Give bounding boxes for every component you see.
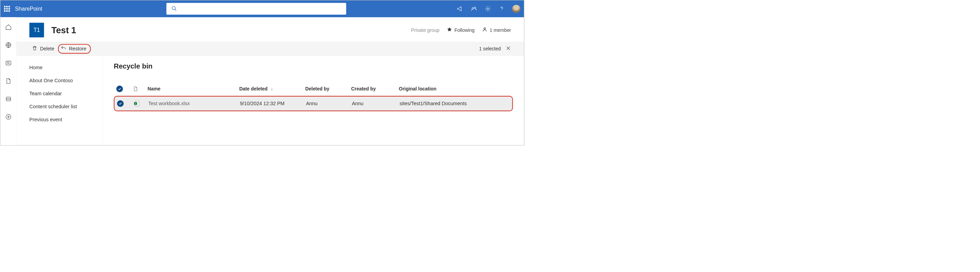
suite-header: SharePoint — [0, 0, 524, 17]
add-icon[interactable] — [4, 112, 13, 121]
nav-item-home[interactable]: Home — [16, 61, 102, 74]
cell-date-deleted: 9/10/2024 12:32 PM — [240, 101, 306, 106]
home-icon[interactable] — [4, 23, 13, 32]
app-launcher-icon[interactable] — [4, 6, 10, 12]
column-date-deleted[interactable]: Date deleted ↓ — [239, 86, 305, 92]
nav-item-content-scheduler[interactable]: Content scheduler list — [16, 100, 102, 113]
site-logo: T1 — [30, 23, 44, 37]
selected-count: 1 selected — [479, 46, 501, 52]
globe-icon[interactable] — [4, 41, 13, 50]
column-name[interactable]: Name — [148, 86, 239, 92]
following-button[interactable]: Following — [447, 27, 474, 33]
following-label: Following — [454, 27, 474, 33]
content: Recycle bin Name Date deleted ↓ — [103, 56, 524, 145]
site-header: T1 Test 1 Private group Following 1 memb… — [16, 17, 524, 42]
nav-item-previous-event[interactable]: Previous event — [16, 113, 102, 127]
document-icon[interactable] — [4, 77, 13, 85]
main: T1 Test 1 Private group Following 1 memb… — [16, 17, 524, 145]
command-bar: Delete Restore 1 selected — [16, 42, 524, 56]
svg-point-16 — [484, 28, 485, 30]
privacy-label: Private group — [411, 27, 440, 33]
restore-label: Restore — [69, 46, 86, 52]
site-title: Test 1 — [51, 25, 76, 35]
page-title: Recycle bin — [114, 62, 513, 70]
search-box[interactable] — [166, 3, 346, 15]
excel-file-icon: X — [134, 100, 140, 107]
nav-item-about[interactable]: About One Contoso — [16, 74, 102, 87]
trash-icon — [32, 45, 37, 52]
undo-icon — [61, 45, 67, 52]
brand-link[interactable]: SharePoint — [15, 6, 42, 12]
sort-down-icon: ↓ — [271, 86, 273, 92]
recycle-bin-table: Name Date deleted ↓ Deleted by Created b… — [114, 83, 513, 111]
select-all-checkbox[interactable] — [116, 85, 133, 92]
column-created-by[interactable]: Created by — [351, 86, 399, 92]
members-button[interactable]: 1 member — [482, 27, 511, 33]
svg-rect-7 — [6, 61, 11, 65]
clear-selection-button[interactable] — [506, 45, 511, 52]
megaphone-icon[interactable] — [457, 5, 463, 12]
site-nav: Home About One Contoso Team calendar Con… — [16, 56, 102, 145]
svg-point-4 — [487, 8, 488, 9]
restore-button[interactable]: Restore — [58, 44, 91, 54]
help-icon[interactable] — [498, 5, 505, 12]
app-rail — [0, 17, 16, 145]
svg-point-5 — [502, 10, 502, 11]
nav-item-team-calendar[interactable]: Team calendar — [16, 87, 102, 100]
file-type-column-icon[interactable] — [133, 85, 148, 92]
column-original-location[interactable]: Original location — [399, 86, 509, 92]
svg-line-1 — [175, 9, 176, 11]
search-input[interactable] — [180, 6, 342, 12]
header-actions — [457, 5, 520, 13]
cell-created-by: Annu — [352, 101, 399, 106]
check-circle-icon — [116, 85, 123, 92]
cell-name: Test workbook.xlsx — [148, 101, 240, 106]
settings-gear-icon[interactable] — [484, 5, 491, 12]
star-icon — [447, 27, 452, 33]
list-icon[interactable] — [4, 95, 13, 103]
person-icon — [482, 27, 487, 33]
svg-point-2 — [472, 8, 474, 9]
people-icon[interactable] — [471, 5, 477, 12]
page-body: Home About One Contoso Team calendar Con… — [16, 56, 524, 145]
row-checkbox[interactable] — [117, 100, 134, 107]
svg-point-3 — [474, 7, 476, 9]
news-icon[interactable] — [4, 59, 13, 68]
column-deleted-by[interactable]: Deleted by — [305, 86, 351, 92]
user-avatar[interactable] — [512, 5, 520, 13]
cell-original-location: sites/Test1/Shared Documents — [399, 101, 509, 106]
check-circle-icon — [117, 100, 123, 107]
delete-button[interactable]: Delete — [30, 44, 57, 53]
svg-text:X: X — [135, 103, 137, 105]
svg-rect-10 — [6, 97, 11, 101]
cell-deleted-by: Annu — [306, 101, 352, 106]
delete-label: Delete — [40, 46, 54, 52]
search-icon — [171, 5, 177, 12]
members-label: 1 member — [490, 27, 511, 33]
svg-point-0 — [172, 6, 175, 9]
site-meta: Private group Following 1 member — [411, 27, 511, 33]
table-header: Name Date deleted ↓ Deleted by Created b… — [114, 83, 513, 95]
table-row[interactable]: X Test workbook.xlsx 9/10/2024 12:32 PM … — [114, 96, 513, 111]
